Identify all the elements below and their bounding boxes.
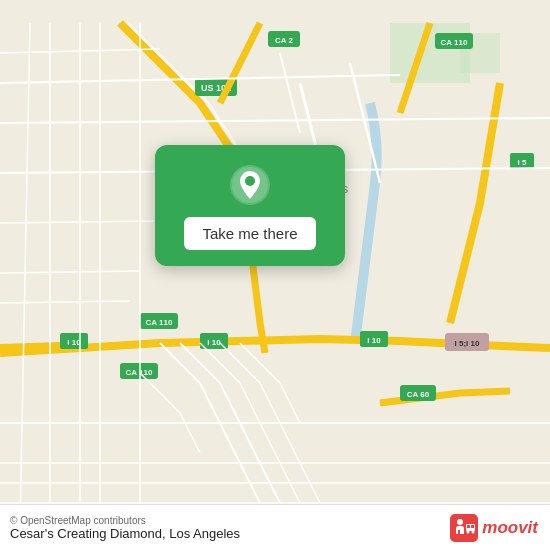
bottom-left-info: © OpenStreetMap contributors Cesar's Cre… xyxy=(10,515,240,541)
svg-text:I 5;I 10: I 5;I 10 xyxy=(455,339,480,348)
moovit-brand-icon xyxy=(450,514,478,542)
location-name: Cesar's Creating Diamond, Los Angeles xyxy=(10,526,240,541)
svg-text:I 10: I 10 xyxy=(207,338,221,347)
svg-point-42 xyxy=(245,176,255,186)
location-pin-icon xyxy=(228,163,272,207)
svg-text:CA 2: CA 2 xyxy=(275,36,293,45)
bottom-bar: © OpenStreetMap contributors Cesar's Cre… xyxy=(0,504,550,550)
svg-point-44 xyxy=(457,519,463,525)
svg-text:I 10: I 10 xyxy=(67,338,81,347)
svg-text:CA 60: CA 60 xyxy=(407,390,430,399)
map-container: US 101 CA 2 CA 110 I 5 I 10 I 10 I 10 CA… xyxy=(0,0,550,550)
svg-point-49 xyxy=(472,530,475,533)
moovit-logo: moovit xyxy=(450,514,538,542)
action-card: Take me there xyxy=(155,145,345,266)
svg-rect-47 xyxy=(471,525,474,528)
take-me-there-button[interactable]: Take me there xyxy=(184,217,315,250)
map-background: US 101 CA 2 CA 110 I 5 I 10 I 10 I 10 CA… xyxy=(0,0,550,550)
svg-text:CA 110: CA 110 xyxy=(441,38,468,47)
svg-rect-46 xyxy=(467,525,470,528)
copyright-text: © OpenStreetMap contributors xyxy=(10,515,240,526)
svg-text:I 10: I 10 xyxy=(367,336,381,345)
svg-text:CA 110: CA 110 xyxy=(146,318,173,327)
moovit-brand-name: moovit xyxy=(482,518,538,538)
svg-text:I 5: I 5 xyxy=(518,158,527,167)
svg-point-48 xyxy=(467,530,470,533)
